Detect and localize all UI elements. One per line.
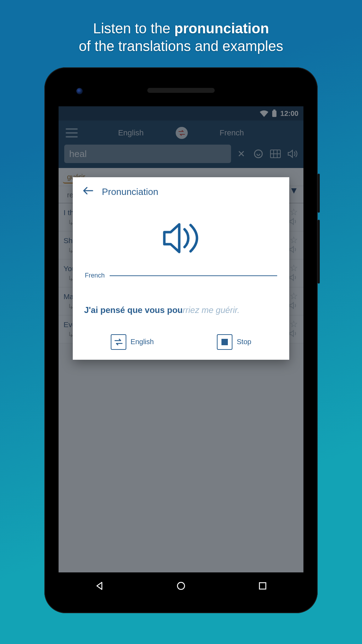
nav-home-icon[interactable] — [175, 580, 187, 592]
promo-line1-bold: pronunciation — [174, 21, 269, 36]
audio-language-label: French — [85, 272, 105, 279]
phone-frame: 12:00 English French heal — [44, 67, 318, 613]
promo-line1-pre: Listen to the — [93, 21, 174, 36]
phone-side-button — [318, 220, 320, 284]
promo-line2: of the translations and examples — [79, 38, 283, 54]
phone-top-bezel — [51, 74, 311, 106]
android-nav-bar — [59, 572, 303, 599]
sentence-display: J'ai pensé que vous pourriez me guérir. — [84, 304, 278, 317]
back-icon[interactable] — [83, 186, 93, 197]
pronunciation-dialog: Pronunciation French J'ai pensé que vous… — [73, 177, 289, 360]
promo-caption: Listen to the pronunciation of the trans… — [79, 19, 283, 55]
stop-icon — [217, 334, 232, 350]
phone-side-button — [318, 174, 320, 213]
switch-english-label: English — [131, 338, 154, 346]
sentence-spoken: J'ai pensé que vous pou — [84, 305, 183, 315]
phone-earpiece — [147, 88, 215, 93]
nav-recents-icon[interactable] — [257, 580, 269, 592]
divider — [110, 275, 277, 276]
stop-label: Stop — [237, 338, 251, 346]
dialog-title: Pronunciation — [102, 186, 158, 197]
sentence-pending: rriez me guérir. — [183, 305, 240, 315]
audio-language-row: French — [85, 272, 277, 279]
phone-inner: 12:00 English French heal — [51, 74, 311, 606]
svg-point-7 — [177, 582, 185, 589]
nav-back-icon[interactable] — [93, 580, 105, 592]
svg-rect-8 — [259, 583, 266, 589]
play-audio-icon[interactable] — [83, 219, 279, 258]
swap-icon — [111, 334, 126, 350]
app-screen: 12:00 English French heal — [59, 106, 303, 572]
switch-english-button[interactable]: English — [111, 334, 154, 350]
phone-camera — [76, 88, 83, 94]
stop-button[interactable]: Stop — [217, 334, 251, 350]
